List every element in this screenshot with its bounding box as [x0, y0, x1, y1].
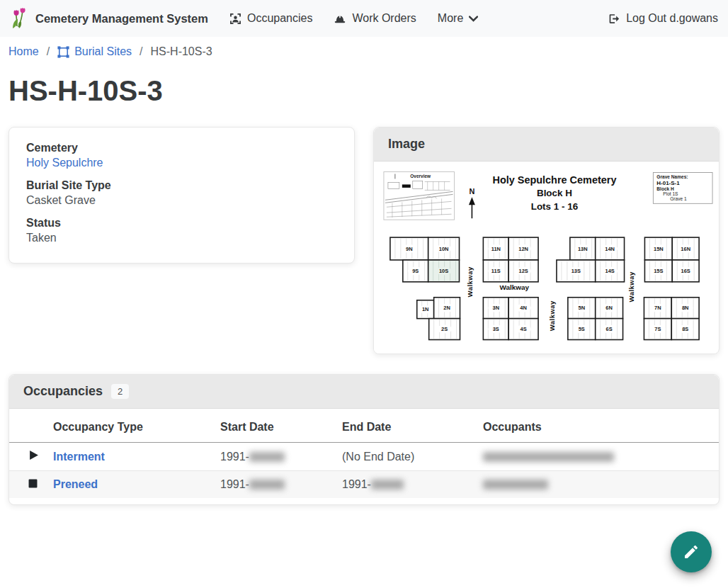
play-icon: [28, 450, 39, 460]
svg-text:Lots 1 - 16: Lots 1 - 16: [531, 201, 578, 212]
column-status: [9, 409, 53, 443]
svg-text:8S: 8S: [682, 326, 688, 332]
column-occupants: Occupants: [483, 409, 719, 443]
svg-text:6S: 6S: [606, 326, 613, 332]
lot-grid: 9N10N9S10S11N12N11S12S13N14N13S14S15N16N…: [390, 237, 699, 339]
svg-text:Holy Sepulchre Cemetery: Holy Sepulchre Cemetery: [492, 174, 616, 186]
lot-5n: 5N: [568, 298, 596, 319]
logout-label: Log Out d.gowans: [626, 12, 718, 25]
lot-6n: 6N: [596, 298, 623, 319]
lot-8s: 8S: [671, 319, 699, 340]
cemetery-label: Cemetery: [26, 142, 337, 154]
occupancy-type-link[interactable]: Interment: [53, 451, 105, 463]
lot-7s: 7S: [644, 319, 671, 340]
svg-text:11N: 11N: [491, 246, 501, 252]
lot-2n: 2N: [434, 298, 460, 319]
breadcrumb: Home / Burial Sites / HS-H-10S-3: [8, 45, 720, 58]
svg-text:7N: 7N: [654, 305, 661, 311]
svg-text:Walkway: Walkway: [499, 283, 529, 291]
svg-text:9S: 9S: [412, 268, 419, 274]
end-date-value: (No End Date): [342, 451, 414, 463]
lot-13s: 13S: [557, 260, 596, 282]
status-value: Taken: [26, 232, 337, 244]
lot-4n: 4N: [508, 298, 538, 319]
start-date-prefix: 1991-: [220, 478, 249, 490]
svg-text:7S: 7S: [654, 326, 661, 332]
app-title: Cemetery Management System: [35, 12, 208, 26]
breadcrumb-separator: /: [47, 45, 50, 58]
grave-names-legend: Grave Names: H-01-S-1 Block H Plot 1S Gr…: [653, 172, 712, 203]
table-row: Preneed 1991- 1991-: [9, 471, 719, 499]
lot-16s: 16S: [672, 260, 699, 282]
burial-site-type-label: Burial Site Type: [26, 179, 337, 192]
svg-text:13S: 13S: [571, 268, 581, 274]
cemetery-link[interactable]: Holy Sepulchre: [26, 157, 103, 169]
svg-text:3S: 3S: [493, 326, 499, 332]
lot-11s: 11S: [483, 260, 508, 282]
nav-item-work-orders[interactable]: Work Orders: [334, 12, 416, 25]
occupancies-table: Occupancy Type Start Date End Date Occup…: [9, 409, 719, 498]
svg-text:1N: 1N: [422, 306, 429, 312]
nav-label: More: [438, 12, 463, 25]
nav-label: Work Orders: [352, 12, 416, 25]
lot-11n: 11N: [483, 237, 508, 260]
occupancies-card: Occupancies 2 Occupancy Type Start Date …: [8, 374, 720, 505]
tulip-logo-icon: [10, 8, 28, 29]
svg-text:2N: 2N: [443, 305, 450, 311]
svg-text:13N: 13N: [578, 246, 588, 252]
svg-text:2S: 2S: [441, 326, 448, 332]
breadcrumb-burial-sites-link[interactable]: Burial Sites: [57, 45, 132, 58]
stop-icon: [28, 479, 38, 488]
caret-down-icon: [469, 16, 478, 22]
svg-text:Walkway: Walkway: [548, 300, 556, 331]
svg-text:10S: 10S: [439, 268, 448, 274]
image-card: Image Overview: [373, 127, 720, 354]
svg-text:14S: 14S: [605, 268, 614, 274]
redacted-occupants: [483, 480, 548, 490]
lot-7n: 7N: [644, 298, 671, 319]
navbar: Cemetery Management System Occupancies W…: [0, 0, 728, 37]
lot-12n: 12N: [508, 237, 538, 260]
occupancies-title: Occupancies: [23, 384, 103, 399]
svg-text:4N: 4N: [520, 305, 527, 311]
lot-3s: 3S: [483, 319, 508, 340]
page-title: HS-H-10S-3: [8, 74, 720, 108]
occupancy-type-link[interactable]: Preneed: [53, 478, 98, 490]
edit-fab-button[interactable]: [671, 531, 712, 572]
lot-6s: 6S: [596, 319, 623, 340]
status-label: Status: [26, 217, 337, 230]
lot-10n: 10N: [428, 237, 460, 260]
lot-15n: 15N: [644, 237, 672, 260]
lot-3n: 3N: [483, 298, 508, 319]
svg-text:Block H: Block H: [537, 188, 572, 198]
start-date-prefix: 1991-: [220, 451, 249, 463]
svg-text:5N: 5N: [579, 305, 586, 311]
occupancies-count-badge: 2: [111, 384, 129, 399]
person-bounding-box-icon: [229, 13, 241, 25]
breadcrumb-current: HS-H-10S-3: [151, 45, 212, 58]
svg-text:Walkway: Walkway: [627, 271, 635, 302]
svg-text:Grave Names:: Grave Names:: [656, 174, 688, 179]
north-arrow-icon: N: [469, 187, 475, 218]
svg-text:14N: 14N: [605, 246, 615, 252]
svg-text:5S: 5S: [579, 326, 585, 332]
map-title: Holy Sepulchre Cemetery Block H Lots 1 -…: [492, 174, 616, 212]
lot-5s: 5S: [568, 319, 596, 340]
nav-item-occupancies[interactable]: Occupancies: [229, 12, 313, 25]
svg-text:12N: 12N: [518, 246, 528, 252]
svg-text:16S: 16S: [681, 268, 690, 274]
column-occupancy-type: Occupancy Type: [53, 409, 220, 443]
redacted-occupants: [483, 452, 614, 462]
redacted-end-date: [371, 480, 404, 490]
lot-9n: 9N: [390, 237, 428, 260]
burial-site-type-value: Casket Grave: [26, 194, 337, 207]
burial-site-details-card: Cemetery Holy Sepulchre Burial Site Type…: [8, 127, 355, 264]
svg-text:12S: 12S: [518, 268, 528, 274]
svg-text:Overview: Overview: [410, 174, 431, 179]
breadcrumb-home-link[interactable]: Home: [8, 45, 39, 58]
lot-14s: 14S: [596, 260, 625, 282]
nav-item-more[interactable]: More: [438, 12, 478, 25]
logout-button[interactable]: Log Out d.gowans: [608, 12, 718, 25]
svg-text:3N: 3N: [493, 305, 500, 311]
redacted-start-date: [249, 480, 285, 490]
